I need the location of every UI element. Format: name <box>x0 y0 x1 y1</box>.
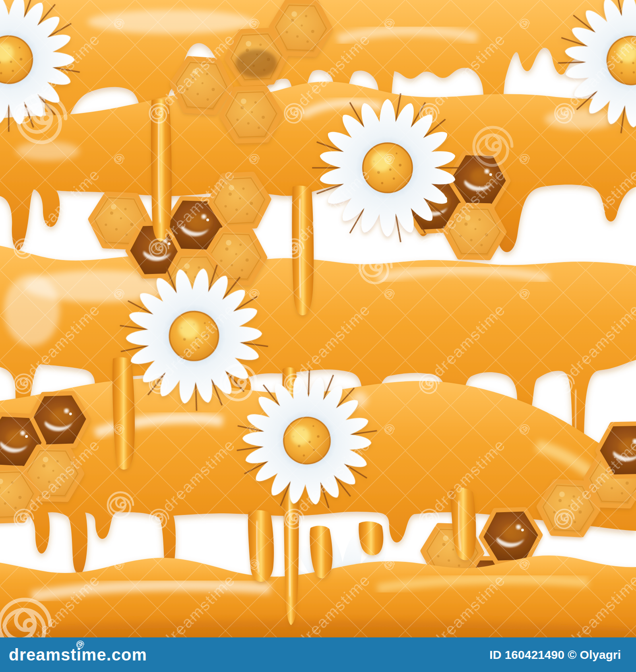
honey-pattern-artwork: Seamless pattern of dripping melted hone… <box>0 0 636 637</box>
dreamstime-spiral-icon <box>76 640 85 649</box>
watermark-footer-bar: dreamstime.com ID 160421490 © Olyagri <box>0 637 636 672</box>
image-credit: ID 160421490 © Olyagri <box>489 648 621 662</box>
dreamstime-logo: dreamstime.com <box>9 637 147 672</box>
stock-image-preview: Seamless pattern of dripping melted hone… <box>0 0 636 672</box>
honey-drip-front-mid <box>112 357 135 470</box>
